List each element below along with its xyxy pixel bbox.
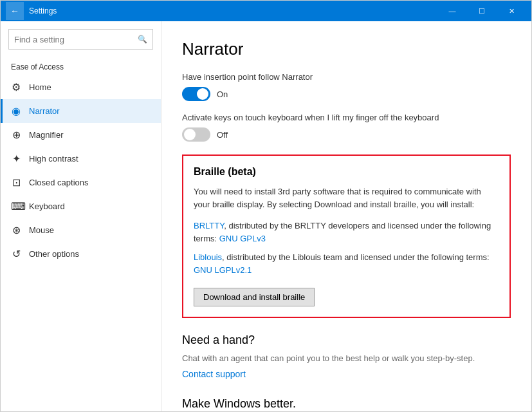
close-button[interactable]: ✕ — [497, 1, 526, 21]
sidebar-item-closed-captions[interactable]: ⊡ Closed captions — [1, 171, 161, 194]
lgplv21-link[interactable]: GNU LGPLv2.1 — [194, 265, 252, 275]
sidebar-item-other-options[interactable]: ↺ Other options — [1, 242, 161, 266]
page-title: Narrator — [182, 39, 511, 59]
back-icon: ← — [10, 6, 19, 16]
sidebar-item-other-options-label: Other options — [29, 249, 79, 259]
high-contrast-icon: ✦ — [11, 153, 21, 165]
liblouis-row: Liblouis, distributed by the Liblouis te… — [194, 251, 499, 276]
mouse-icon: ⊛ — [11, 224, 21, 236]
make-windows-better-title: Make Windows better. — [182, 397, 511, 411]
need-a-hand-title: Need a hand? — [182, 333, 511, 347]
other-options-icon: ↺ — [11, 248, 21, 260]
brltty-link[interactable]: BRLTTY — [194, 221, 224, 230]
search-icon: 🔍 — [138, 35, 147, 44]
download-braille-button[interactable]: Download and install braille — [194, 288, 315, 306]
sidebar-item-mouse-label: Mouse — [29, 225, 54, 235]
gplv3-link[interactable]: GNU GPLv3 — [219, 234, 266, 243]
sidebar-section-label: Ease of Access — [1, 55, 161, 75]
sidebar-item-keyboard[interactable]: ⌨ Keyboard — [1, 194, 161, 218]
title-bar: ← Settings — ☐ ✕ — [1, 1, 531, 21]
sidebar: 🔍 Ease of Access ⚙ Home ◉ Narrator ⊕ Mag… — [1, 21, 161, 411]
closed-captions-icon: ⊡ — [11, 176, 21, 189]
sidebar-item-closed-captions-label: Closed captions — [29, 178, 89, 187]
narrator-follow-label: Have insertion point follow Narrator — [182, 72, 511, 82]
narrator-follow-toggle-container: On — [182, 87, 511, 101]
need-a-hand-description: Chat with an agent that can point you to… — [182, 352, 511, 365]
sidebar-item-keyboard-label: Keyboard — [29, 201, 65, 211]
touch-keyboard-label: Activate keys on touch keyboard when I l… — [182, 113, 511, 122]
back-button[interactable]: ← — [6, 2, 24, 20]
close-icon: ✕ — [509, 7, 515, 15]
braille-description: You will need to install 3rd party softw… — [194, 185, 499, 211]
need-a-hand-section: Need a hand? Chat with an agent that can… — [182, 333, 511, 379]
search-container[interactable]: 🔍 — [8, 29, 153, 50]
sidebar-item-home[interactable]: ⚙ Home — [1, 75, 161, 99]
main-area: 🔍 Ease of Access ⚙ Home ◉ Narrator ⊕ Mag… — [1, 21, 531, 411]
toggle-knob-off — [184, 129, 196, 140]
settings-window: ← Settings — ☐ ✕ 🔍 Ease of Access ⚙ — [0, 0, 532, 412]
contact-support-link[interactable]: Contact support — [182, 369, 246, 379]
sidebar-item-magnifier-label: Magnifier — [29, 130, 63, 140]
brltty-row: BRLTTY, distributed by the BRLTTY develo… — [194, 220, 499, 245]
search-input[interactable] — [14, 35, 138, 44]
title-bar-label: Settings — [29, 6, 437, 15]
narrator-follow-toggle-state: On — [217, 89, 228, 99]
minimize-button[interactable]: — — [437, 1, 467, 21]
home-icon: ⚙ — [11, 81, 21, 93]
liblouis-link[interactable]: Liblouis — [194, 252, 222, 262]
keyboard-icon: ⌨ — [11, 200, 21, 212]
maximize-button[interactable]: ☐ — [467, 1, 497, 21]
window-controls: — ☐ ✕ — [437, 1, 526, 21]
content-area: Narrator Have insertion point follow Nar… — [161, 21, 531, 411]
sidebar-item-high-contrast-label: High contrast — [29, 154, 78, 164]
touch-keyboard-toggle-container: Off — [182, 127, 511, 142]
sidebar-item-home-label: Home — [29, 82, 51, 92]
sidebar-item-magnifier[interactable]: ⊕ Magnifier — [1, 123, 161, 147]
braille-title: Braille (beta) — [194, 166, 499, 178]
sidebar-item-high-contrast[interactable]: ✦ High contrast — [1, 147, 161, 171]
liblouis-text: , distributed by the Liblouis team and l… — [222, 252, 490, 262]
toggle-knob-on — [197, 88, 208, 100]
make-windows-better-section: Make Windows better. Give us feedback — [182, 397, 511, 412]
touch-keyboard-toggle-state: Off — [217, 130, 228, 140]
touch-keyboard-toggle[interactable] — [182, 127, 210, 142]
magnifier-icon: ⊕ — [11, 129, 21, 141]
narrator-follow-setting: Have insertion point follow Narrator On — [182, 72, 511, 101]
minimize-icon: — — [449, 7, 456, 15]
touch-keyboard-setting: Activate keys on touch keyboard when I l… — [182, 113, 511, 142]
maximize-icon: ☐ — [479, 7, 485, 15]
sidebar-item-mouse[interactable]: ⊛ Mouse — [1, 218, 161, 242]
narrator-icon: ◉ — [11, 105, 21, 117]
sidebar-item-narrator-label: Narrator — [29, 106, 60, 116]
braille-section: Braille (beta) You will need to install … — [182, 154, 511, 318]
narrator-follow-toggle[interactable] — [182, 87, 210, 101]
sidebar-item-narrator[interactable]: ◉ Narrator — [1, 99, 161, 123]
